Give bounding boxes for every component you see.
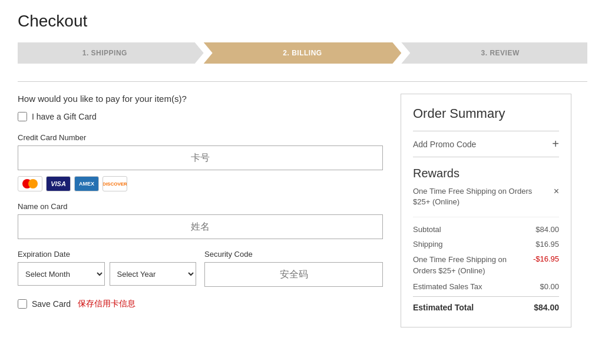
save-card-label: Save Card xyxy=(32,299,71,309)
select-year[interactable]: Select Year2024202520262027202820292030 xyxy=(110,262,197,286)
step-shipping[interactable]: 1. SHIPPING xyxy=(18,42,204,64)
select-month[interactable]: Select MonthJanuaryFebruaryMarchAprilMay… xyxy=(18,262,105,286)
total-amount: $84.00 xyxy=(534,303,559,312)
gift-card-row: I have a Gift Card xyxy=(18,112,383,121)
right-panel: Order Summary Add Promo Code + Rewards O… xyxy=(401,94,571,327)
subtotal-label: Subtotal xyxy=(413,225,441,234)
reward-item: One Time Free Shipping on Orders $25+ (O… xyxy=(413,186,559,207)
payment-question: How would you like to pay for your item(… xyxy=(18,94,383,104)
amex-icon: AMEX xyxy=(74,176,99,191)
step-billing[interactable]: 2. BILLING xyxy=(204,42,402,64)
main-layout: How would you like to pay for your item(… xyxy=(18,94,587,327)
order-summary-box: Order Summary Add Promo Code + Rewards O… xyxy=(401,94,571,327)
summary-divider-1 xyxy=(413,217,559,217)
name-on-card-label: Name on Card xyxy=(18,202,383,211)
promo-label: Add Promo Code xyxy=(413,140,476,149)
credit-card-number-field: Credit Card Number xyxy=(18,133,383,170)
name-on-card-input[interactable] xyxy=(18,214,383,239)
total-label: Estimated Total xyxy=(413,303,474,312)
card-icons: VISA AMEX DISCOVER xyxy=(18,176,383,191)
save-card-checkbox[interactable] xyxy=(18,299,27,309)
total-line: Estimated Total $84.00 xyxy=(413,296,559,315)
rewards-title: Rewards xyxy=(413,167,559,180)
credit-card-input[interactable] xyxy=(18,145,383,170)
free-shipping-line: One Time Free Shipping on Orders $25+ (O… xyxy=(413,252,559,279)
discover-icon: DISCOVER xyxy=(103,176,127,191)
step-review[interactable]: 3. REVIEW xyxy=(401,42,587,64)
security-code-label: Security Code xyxy=(204,250,383,259)
visa-icon: VISA xyxy=(46,176,71,191)
reward-close-icon[interactable]: × xyxy=(554,186,559,197)
name-on-card-field: Name on Card xyxy=(18,202,383,239)
tax-label: Estimated Sales Tax xyxy=(413,282,482,291)
expiration-date-label: Expiration Date xyxy=(18,250,196,259)
shipping-amount: $16.95 xyxy=(535,240,559,249)
mastercard-icon xyxy=(18,176,42,191)
shipping-line: Shipping $16.95 xyxy=(413,237,559,252)
free-shipping-amount: -$16.95 xyxy=(533,254,559,276)
credit-card-label: Credit Card Number xyxy=(18,133,383,142)
reward-text: One Time Free Shipping on Orders $25+ (O… xyxy=(413,186,548,207)
save-card-note: 保存信用卡信息 xyxy=(78,299,135,309)
top-divider xyxy=(18,81,587,82)
security-col: Security Code xyxy=(204,250,383,287)
shipping-label: Shipping xyxy=(413,240,443,249)
expiry-col: Expiration Date Select MonthJanuaryFebru… xyxy=(18,250,196,287)
gift-card-checkbox[interactable] xyxy=(18,112,27,121)
expiry-security-row: Expiration Date Select MonthJanuaryFebru… xyxy=(18,250,383,287)
order-summary-title: Order Summary xyxy=(413,106,559,121)
save-card-row: Save Card 保存信用卡信息 xyxy=(18,299,383,309)
security-code-input[interactable] xyxy=(204,262,383,287)
tax-line: Estimated Sales Tax $0.00 xyxy=(413,279,559,294)
promo-plus-icon[interactable]: + xyxy=(552,137,559,151)
tax-amount: $0.00 xyxy=(540,282,559,291)
subtotal-amount: $84.00 xyxy=(535,225,559,234)
progress-bar: 1. SHIPPING 2. BILLING 3. REVIEW xyxy=(18,42,587,64)
promo-row[interactable]: Add Promo Code + xyxy=(413,131,559,157)
left-panel: How would you like to pay for your item(… xyxy=(18,94,383,327)
free-shipping-label: One Time Free Shipping on Orders $25+ (O… xyxy=(413,254,527,276)
subtotal-line: Subtotal $84.00 xyxy=(413,222,559,237)
page-title: Checkout xyxy=(18,12,587,31)
expiry-selects: Select MonthJanuaryFebruaryMarchAprilMay… xyxy=(18,262,196,286)
gift-card-label: I have a Gift Card xyxy=(32,112,97,121)
